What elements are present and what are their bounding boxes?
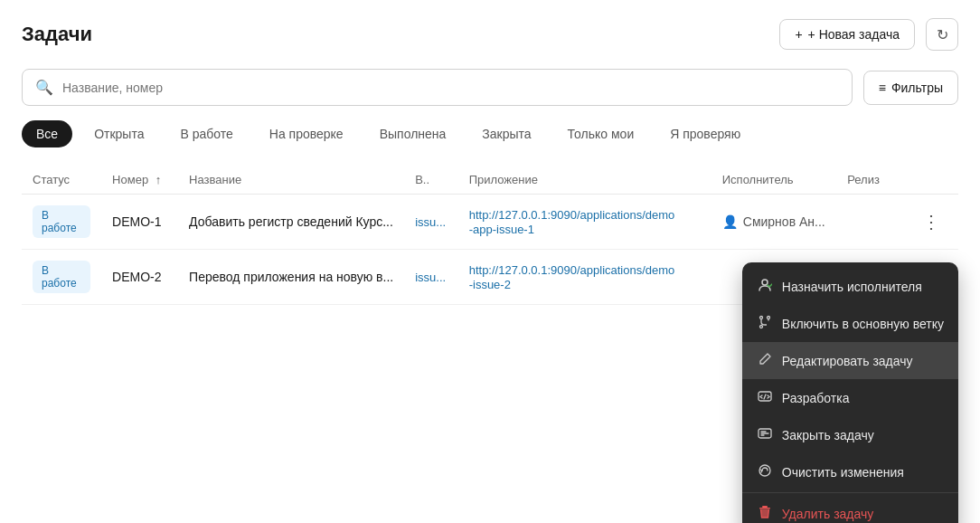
- filters-label: Фильтры: [891, 81, 943, 95]
- svg-point-1: [759, 317, 762, 319]
- tab-reviewing[interactable]: Я проверяю: [655, 120, 755, 147]
- b-cell: issu...: [404, 195, 457, 250]
- row-actions-button-1[interactable]: ⋮: [915, 207, 947, 236]
- new-task-label: + Новая задача: [808, 27, 900, 42]
- menu-item-branch[interactable]: Включить в основную ветку: [742, 305, 958, 342]
- svg-point-0: [762, 280, 768, 285]
- page-title: Задачи: [22, 23, 92, 46]
- menu-item-clear-label: Очистить изменения: [782, 465, 904, 480]
- status-cell: В работе: [22, 250, 101, 305]
- clear-icon: [757, 463, 773, 480]
- svg-rect-8: [759, 508, 770, 509]
- status-cell: В работе: [22, 195, 101, 250]
- menu-item-assign[interactable]: Назначить исполнителя: [742, 268, 958, 305]
- b-cell: issu...: [404, 250, 457, 305]
- row-actions-cell: ⋮: [904, 195, 958, 250]
- app-link-2[interactable]: http://127.0.0.1:9090/applications/demo-…: [469, 263, 675, 291]
- context-menu: Назначить исполнителя Включить в основну…: [742, 262, 958, 523]
- menu-item-delete-label: Удалить задачу: [782, 507, 874, 521]
- release-cell: [836, 195, 904, 250]
- tab-review[interactable]: На проверке: [255, 120, 358, 147]
- col-header-status: Статус: [22, 166, 101, 195]
- menu-item-assign-label: Назначить исполнителя: [782, 280, 922, 294]
- tabs-row: Все Открыта В работе На проверке Выполне…: [22, 120, 958, 147]
- col-header-actions: [904, 166, 958, 195]
- menu-item-delete[interactable]: Удалить задачу: [742, 495, 958, 523]
- menu-item-edit-label: Редактировать задачу: [782, 354, 913, 368]
- assign-icon: [757, 278, 773, 295]
- col-header-b: В..: [404, 166, 457, 195]
- branch-icon: [757, 315, 773, 332]
- assignee-name: Смирнов Ан...: [743, 214, 825, 229]
- plus-icon: +: [795, 27, 802, 42]
- delete-icon: [757, 505, 773, 522]
- dev-icon: [757, 389, 773, 406]
- svg-point-3: [759, 326, 762, 328]
- edit-icon: [757, 352, 773, 369]
- main-page: Задачи + + Новая задача ↻ 🔍 ≡ Фильтры Вс…: [0, 0, 980, 523]
- b-link-2[interactable]: issu...: [415, 271, 446, 284]
- search-box: 🔍: [22, 69, 853, 106]
- tab-in-progress[interactable]: В работе: [165, 120, 247, 147]
- col-header-app: Приложение: [458, 166, 711, 195]
- search-row: 🔍 ≡ Фильтры: [22, 69, 958, 106]
- refresh-icon: ↻: [937, 26, 948, 43]
- col-header-number[interactable]: Номер ↑: [101, 166, 178, 195]
- sort-icon: ↑: [155, 173, 162, 186]
- task-name: Перевод приложения на новую в...: [189, 270, 393, 284]
- menu-item-dev[interactable]: Разработка: [742, 379, 958, 416]
- status-badge: В работе: [33, 261, 90, 293]
- menu-item-close-task-label: Закрыть задачу: [782, 428, 874, 442]
- col-header-assignee: Исполнитель: [711, 166, 836, 195]
- menu-item-clear[interactable]: Очистить изменения: [742, 453, 958, 490]
- col-header-name: Название: [178, 166, 404, 195]
- refresh-button[interactable]: ↻: [926, 18, 958, 51]
- menu-item-close-task[interactable]: Закрыть задачу: [742, 416, 958, 453]
- name-cell: Перевод приложения на новую в...: [178, 250, 404, 305]
- name-cell: Добавить регистр сведений Курс...: [178, 195, 404, 250]
- svg-rect-7: [762, 506, 768, 508]
- status-badge: В работе: [33, 205, 90, 238]
- header: Задачи + + Новая задача ↻: [22, 18, 958, 51]
- new-task-button[interactable]: + + Новая задача: [779, 19, 915, 50]
- header-actions: + + Новая задача ↻: [779, 18, 958, 51]
- table-row: В работе DEMO-1 Добавить регистр сведени…: [22, 195, 958, 250]
- filters-button[interactable]: ≡ Фильтры: [863, 71, 958, 105]
- menu-item-dev-label: Разработка: [782, 391, 850, 405]
- tab-open[interactable]: Открыта: [80, 120, 158, 147]
- close-task-icon: [757, 426, 773, 443]
- search-input[interactable]: [62, 81, 839, 95]
- tab-mine[interactable]: Только мои: [553, 120, 649, 147]
- menu-divider: [742, 492, 958, 493]
- task-name: Добавить регистр сведений Курс...: [189, 214, 393, 229]
- app-cell: http://127.0.0.1:9090/applications/demo-…: [458, 195, 711, 250]
- tab-all[interactable]: Все: [22, 120, 72, 147]
- app-cell: http://127.0.0.1:9090/applications/demo-…: [458, 250, 711, 305]
- number-cell: DEMO-2: [101, 250, 178, 305]
- app-link-1[interactable]: http://127.0.0.1:9090/applications/demo-…: [469, 208, 675, 236]
- col-header-release: Релиз: [836, 166, 904, 195]
- svg-point-2: [767, 317, 769, 319]
- menu-item-branch-label: Включить в основную ветку: [782, 317, 944, 331]
- search-icon: 🔍: [35, 79, 53, 96]
- tab-done[interactable]: Выполнена: [365, 120, 461, 147]
- person-icon: 👤: [722, 214, 738, 229]
- tab-closed[interactable]: Закрыта: [467, 120, 545, 147]
- filter-icon: ≡: [879, 81, 886, 95]
- assignee-cell: 👤 Смирнов Ан...: [711, 195, 836, 250]
- menu-item-edit[interactable]: Редактировать задачу: [742, 342, 958, 379]
- number-cell: DEMO-1: [101, 195, 178, 250]
- b-link[interactable]: issu...: [415, 215, 446, 229]
